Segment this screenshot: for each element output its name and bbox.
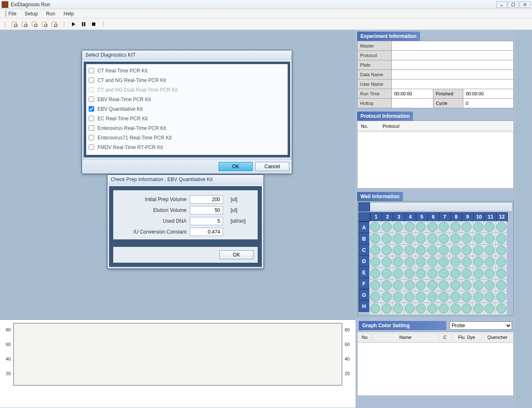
well-cell[interactable] bbox=[472, 233, 485, 244]
well-cell[interactable] bbox=[461, 256, 473, 268]
kit-item-checkbox[interactable] bbox=[89, 125, 94, 131]
well-cell[interactable] bbox=[381, 268, 393, 279]
close-button[interactable] bbox=[520, 1, 530, 8]
kit-item[interactable]: EC Real-Time PCR Kit bbox=[89, 114, 285, 123]
kit-item-checkbox[interactable] bbox=[89, 135, 94, 140]
well-cell[interactable] bbox=[381, 221, 393, 233]
well-col-header[interactable]: 6 bbox=[428, 212, 440, 221]
kit-item[interactable]: EBV Quantitative Kit bbox=[89, 104, 285, 114]
well-cell[interactable] bbox=[438, 256, 450, 268]
well-cell[interactable] bbox=[472, 279, 485, 291]
tool-btn-4[interactable] bbox=[40, 20, 49, 29]
well-cell[interactable] bbox=[495, 268, 507, 279]
kit-item-checkbox[interactable] bbox=[89, 106, 94, 112]
pause-button[interactable] bbox=[79, 20, 88, 29]
well-cell[interactable] bbox=[450, 244, 462, 256]
well-cell[interactable] bbox=[461, 268, 473, 279]
well-cell[interactable] bbox=[415, 233, 427, 244]
well-cell[interactable] bbox=[381, 244, 393, 256]
well-col-header[interactable]: 12 bbox=[496, 212, 508, 221]
well-cell[interactable] bbox=[461, 244, 473, 256]
well-cell[interactable] bbox=[450, 268, 462, 279]
well-col-header[interactable]: 9 bbox=[462, 212, 474, 221]
well-cell[interactable] bbox=[495, 303, 507, 314]
kit-item-checkbox[interactable] bbox=[89, 144, 94, 150]
well-cell[interactable] bbox=[461, 291, 473, 303]
well-col-header[interactable]: 5 bbox=[416, 212, 428, 221]
kit-item[interactable]: CT and NG Real-Time PCR Kit bbox=[89, 75, 285, 85]
well-cell[interactable] bbox=[484, 221, 496, 233]
well-cell[interactable] bbox=[484, 244, 496, 256]
select-kit-ok-button[interactable]: OK bbox=[219, 162, 253, 171]
well-cell[interactable] bbox=[484, 291, 496, 303]
menu-file[interactable]: File bbox=[4, 10, 20, 17]
well-cell[interactable] bbox=[461, 279, 473, 291]
tool-btn-2[interactable] bbox=[20, 20, 29, 29]
well-cell[interactable] bbox=[392, 256, 404, 268]
well-cell[interactable] bbox=[404, 244, 416, 256]
well-cell[interactable] bbox=[450, 291, 462, 303]
well-cell[interactable] bbox=[404, 291, 416, 303]
well-cell[interactable] bbox=[438, 303, 450, 314]
well-cell[interactable] bbox=[427, 233, 439, 244]
well-row-header[interactable]: B bbox=[358, 233, 370, 244]
graph-color-select[interactable]: Probe bbox=[450, 321, 512, 330]
tool-btn-3[interactable] bbox=[30, 20, 39, 29]
well-cell[interactable] bbox=[392, 303, 404, 314]
well-col-header[interactable]: 11 bbox=[485, 212, 497, 221]
well-cell[interactable] bbox=[450, 279, 462, 291]
well-cell[interactable] bbox=[495, 244, 507, 256]
well-cell[interactable] bbox=[381, 303, 393, 314]
well-cell[interactable] bbox=[427, 268, 439, 279]
kit-item-checkbox[interactable] bbox=[89, 68, 94, 73]
tool-btn-1[interactable] bbox=[10, 20, 19, 29]
well-cell[interactable] bbox=[392, 244, 404, 256]
well-row-header[interactable]: F bbox=[358, 278, 370, 289]
well-cell[interactable] bbox=[381, 233, 393, 244]
kit-list[interactable]: CT Real-Time PCR KitCT and NG Real-Time … bbox=[86, 64, 288, 155]
kit-item[interactable]: FMDV Real-Time RT-PCR Kit bbox=[89, 142, 285, 152]
well-cell[interactable] bbox=[438, 291, 450, 303]
prep-row-input[interactable] bbox=[190, 206, 223, 214]
menu-setup[interactable]: Setup bbox=[20, 10, 42, 17]
maximize-button[interactable] bbox=[508, 1, 519, 8]
well-cell[interactable] bbox=[369, 303, 381, 314]
well-cell[interactable] bbox=[495, 256, 507, 268]
well-cell[interactable] bbox=[404, 268, 416, 279]
well-cell[interactable] bbox=[450, 233, 462, 244]
prep-row-input[interactable] bbox=[190, 217, 223, 225]
well-cell[interactable] bbox=[472, 244, 485, 256]
kit-item-checkbox[interactable] bbox=[89, 116, 94, 121]
well-cell[interactable] bbox=[415, 256, 427, 268]
well-cell[interactable] bbox=[381, 291, 393, 303]
well-cell[interactable] bbox=[438, 244, 450, 256]
well-cell[interactable] bbox=[404, 279, 416, 291]
well-cell[interactable] bbox=[392, 221, 404, 233]
well-row-header[interactable]: H bbox=[358, 300, 370, 312]
well-cell[interactable] bbox=[484, 303, 496, 314]
well-cell[interactable] bbox=[461, 303, 473, 314]
well-cell[interactable] bbox=[369, 221, 381, 233]
well-cell[interactable] bbox=[415, 291, 427, 303]
kit-item[interactable]: CT Real-Time PCR Kit bbox=[89, 66, 285, 75]
well-cell[interactable] bbox=[472, 303, 485, 314]
kit-item[interactable]: Enterovirus Real-Time PCR Kit bbox=[89, 123, 285, 133]
well-cell[interactable] bbox=[495, 291, 507, 303]
well-cell[interactable] bbox=[369, 244, 381, 256]
well-cell[interactable] bbox=[484, 279, 496, 291]
well-cell[interactable] bbox=[415, 279, 427, 291]
well-cell[interactable] bbox=[415, 221, 427, 233]
prep-row-input[interactable] bbox=[190, 228, 223, 236]
well-cell[interactable] bbox=[472, 256, 485, 268]
well-cell[interactable] bbox=[369, 279, 381, 291]
well-cell[interactable] bbox=[438, 221, 450, 233]
well-cell[interactable] bbox=[495, 279, 507, 291]
well-cell[interactable] bbox=[392, 268, 404, 279]
well-cell[interactable] bbox=[427, 244, 439, 256]
well-cell[interactable] bbox=[438, 233, 450, 244]
well-col-header[interactable]: 2 bbox=[382, 212, 394, 221]
stop-button[interactable] bbox=[89, 20, 98, 29]
well-col-header[interactable]: 10 bbox=[473, 212, 485, 221]
prep-row-input[interactable] bbox=[190, 195, 223, 204]
well-cell[interactable] bbox=[404, 221, 416, 233]
